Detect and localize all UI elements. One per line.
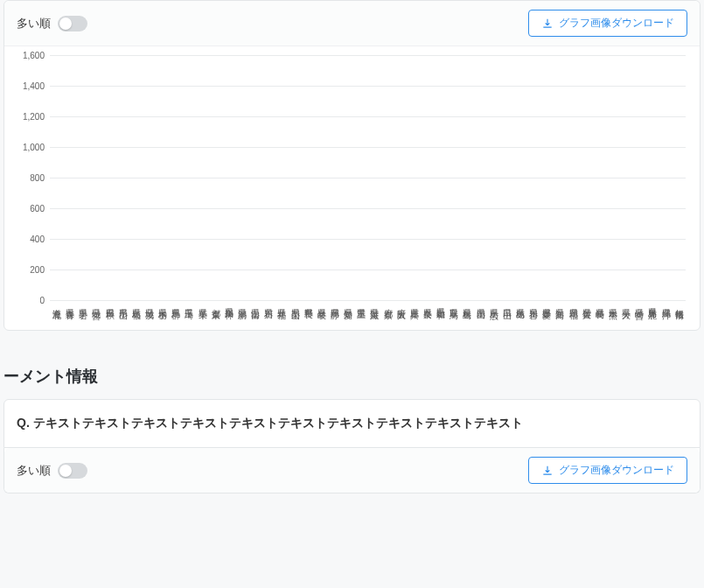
grid-line (50, 208, 686, 209)
y-tick-label: 1,200 (13, 112, 45, 122)
y-tick-label: 800 (13, 173, 45, 183)
grid-line (50, 86, 686, 87)
chart-card: 多い順 グラフ画像ダウンロード 02004006008001,0001,2001… (3, 0, 701, 331)
question-row: Q. テキストテキストテキストテキストテキストテキストテキストテキストテキストテ… (3, 399, 701, 448)
question-prefix: Q. (17, 416, 33, 430)
bar-chart: 02004006008001,0001,2001,4001,600 (50, 55, 686, 300)
chart-region: 02004006008001,0001,2001,4001,600 北海道青森県… (4, 46, 700, 330)
y-tick-label: 600 (13, 204, 45, 214)
question-toolbar: 多い順 グラフ画像ダウンロード (4, 448, 700, 493)
y-tick-label: 1,000 (13, 143, 45, 152)
grid-line (50, 147, 686, 148)
grid-line (50, 55, 686, 56)
sort-toggle-group: 多い順 (17, 16, 87, 32)
y-tick-label: 1,600 (13, 51, 45, 60)
download-chart-label-2: グラフ画像ダウンロード (559, 463, 674, 478)
sort-toggle-2[interactable] (58, 463, 87, 479)
y-tick-label: 200 (13, 265, 45, 275)
y-tick-label: 1,400 (13, 81, 45, 91)
section-title: ーメント情報 (3, 366, 704, 387)
download-icon (541, 18, 554, 30)
y-tick-label: 0 (13, 296, 45, 305)
sort-toggle[interactable] (58, 16, 87, 32)
grid-line (50, 270, 686, 270)
download-chart-button-2[interactable]: グラフ画像ダウンロード (528, 457, 687, 484)
download-icon (541, 465, 554, 477)
sort-toggle-group-2: 多い順 (17, 463, 87, 479)
download-chart-label: グラフ画像ダウンロード (559, 16, 674, 31)
y-tick-label: 400 (13, 234, 45, 244)
chart-toolbar: 多い順 グラフ画像ダウンロード (4, 1, 700, 46)
question-text: テキストテキストテキストテキストテキストテキストテキストテキストテキストテキスト (33, 416, 523, 430)
question-card: 多い順 グラフ画像ダウンロード (3, 448, 701, 494)
sort-toggle-label: 多い順 (17, 16, 51, 32)
sort-toggle-label-2: 多い順 (17, 463, 51, 479)
grid-line (50, 116, 686, 117)
grid-line (50, 300, 686, 301)
grid-line (50, 239, 686, 240)
grid-line (50, 178, 686, 178)
download-chart-button[interactable]: グラフ画像ダウンロード (528, 10, 687, 37)
